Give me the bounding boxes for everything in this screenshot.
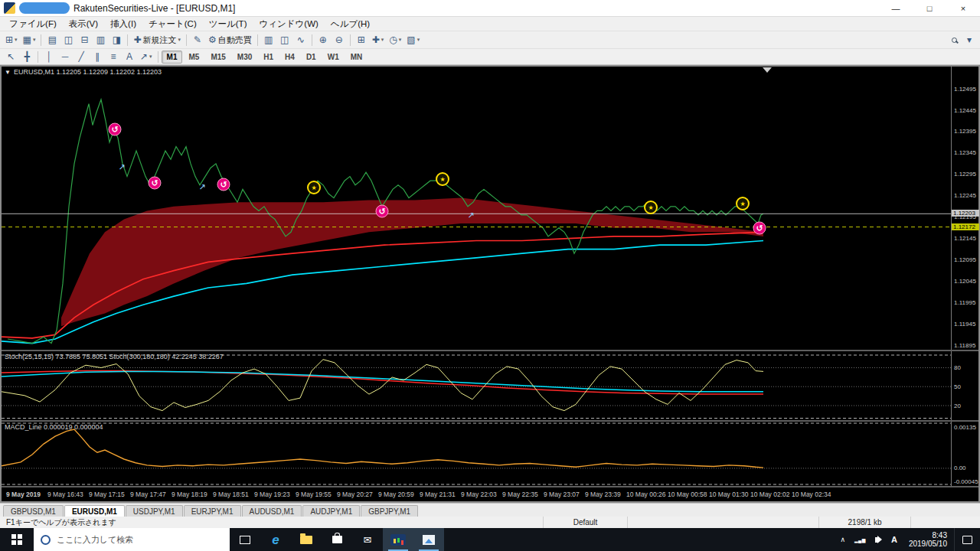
volume-button[interactable]	[871, 528, 887, 551]
stochastic-pane[interactable]: Stoch(25,15,15) 73.7885 75.8051 Stoch(30…	[2, 351, 951, 420]
macd-canvas[interactable]	[2, 422, 951, 486]
taskbar-app-mail[interactable]: ✉	[352, 528, 383, 551]
strategy-tester-button[interactable]: ◨	[109, 33, 124, 47]
one-click-trading-icon[interactable]: ▼	[5, 69, 11, 76]
navigator-button[interactable]: ⊟	[77, 33, 92, 47]
text-label-icon: A	[126, 52, 132, 61]
timeframe-mn-button[interactable]: MN	[345, 51, 368, 64]
timeframe-h4-button[interactable]: H4	[279, 51, 300, 64]
menu-file[interactable]: ファイル(F)	[3, 17, 63, 31]
indicators-list-button[interactable]: ✚▾	[370, 33, 387, 47]
chart-tab-audusd[interactable]: AUDUSD,M1	[242, 505, 302, 517]
chart-tab-gbpusd[interactable]: GBPUSD,M1	[3, 505, 64, 517]
taskbar-app-file-explorer[interactable]	[291, 528, 322, 551]
periods-button[interactable]: ◷▾	[387, 33, 403, 47]
chart-tab-gbpjpy[interactable]: GBPJPY,M1	[361, 505, 418, 517]
zoom-out-button[interactable]: ⊖	[332, 33, 347, 47]
search-button[interactable]	[946, 33, 962, 47]
taskbar-search-input[interactable]: ここに入力して検索	[34, 528, 230, 551]
timeframe-m5-button[interactable]: M5	[183, 51, 204, 64]
time-scale[interactable]: 9 May 20199 May 16:439 May 17:159 May 17…	[2, 487, 978, 501]
text-label-button[interactable]: A	[122, 50, 137, 64]
chart-tab-eurusd[interactable]: EURUSD,M1	[64, 505, 125, 517]
minimize-button[interactable]: —	[879, 0, 913, 16]
macd-pane[interactable]: MACD_Line 0.000019 0.000004	[2, 422, 951, 486]
chart-bars-button[interactable]: ▥	[261, 33, 276, 47]
action-center-button[interactable]	[954, 528, 980, 551]
pane-divider[interactable]	[2, 420, 978, 422]
data-window-icon: ◫	[64, 35, 73, 44]
timeframe-m15-button[interactable]: M15	[205, 51, 230, 64]
system-tray: ∧▂▄▆A 8:43 2019/05/10	[835, 528, 980, 551]
taskbar-app-photos[interactable]	[413, 528, 444, 551]
pane-divider[interactable]	[2, 486, 978, 487]
crosshair-button[interactable]: ╋	[19, 50, 34, 64]
metaeditor-button[interactable]: ✎	[190, 33, 205, 47]
new-chart-button[interactable]: ⊞▾	[3, 33, 20, 47]
network-button[interactable]: ▂▄▆	[850, 528, 871, 551]
menu-window[interactable]: ウィンドウ(W)	[253, 17, 324, 31]
main-chart-pane[interactable]: ▼ EURUSD,M1 1.12205 1.12209 1.12202 1.12…	[2, 67, 951, 350]
chart-tab-audjpy[interactable]: AUDJPY,M1	[302, 505, 360, 517]
line-studies-timeframes-toolbar: ↖╋│─╱∥≡A↗▾M1M5M15M30H1H4D1W1MN	[0, 49, 980, 65]
fibonacci-retracement-button[interactable]: ≡	[106, 50, 121, 64]
timeframe-m1-button[interactable]: M1	[162, 51, 183, 64]
cursor-button[interactable]: ↖	[3, 50, 18, 64]
menu-charts[interactable]: チャート(C)	[142, 17, 203, 31]
title-bar: RakutenSecurities-Live - [EURUSD,M1] —□×	[0, 0, 980, 17]
equidistant-channel-icon: ∥	[95, 52, 100, 61]
toolbar-options-button[interactable]: ▾	[962, 33, 977, 47]
terminal-button[interactable]: ▥	[93, 33, 108, 47]
pane-divider[interactable]	[2, 350, 978, 351]
taskbar-app-mt4[interactable]	[383, 528, 413, 551]
timeframe-m30-button[interactable]: M30	[232, 51, 257, 64]
close-button[interactable]: ×	[946, 0, 980, 16]
ime-mode-button[interactable]: A	[887, 528, 902, 551]
taskbar-app-store[interactable]	[322, 528, 352, 551]
timeframe-w1-button[interactable]: W1	[322, 51, 345, 64]
start-button[interactable]	[0, 528, 34, 551]
price-scale-tick: 20	[954, 403, 961, 409]
auto-trading-button[interactable]: ⚙自動売買	[206, 33, 254, 47]
menu-help[interactable]: ヘルプ(H)	[325, 17, 376, 31]
taskbar-app-task-view[interactable]	[230, 528, 260, 551]
main-chart-canvas[interactable]	[2, 67, 951, 350]
new-order-button[interactable]: ✚新規注文▾	[131, 33, 183, 47]
menu-tools[interactable]: ツール(T)	[203, 17, 253, 31]
market-watch-button[interactable]: ▤	[44, 33, 60, 47]
data-window-button[interactable]: ◫	[60, 33, 76, 47]
templates-icon: ▧	[407, 35, 415, 44]
taskbar-app-edge[interactable]: e	[260, 528, 291, 551]
profiles-button[interactable]: ▦▾	[21, 33, 38, 47]
tile-windows-button[interactable]: ⊞	[354, 33, 369, 47]
timeframe-d1-button[interactable]: D1	[301, 51, 322, 64]
chart-candlesticks-icon: ◫	[280, 35, 289, 44]
chart-tab-usdjpy[interactable]: USDJPY,M1	[126, 505, 183, 517]
arrow-objects-button[interactable]: ↗▾	[138, 50, 155, 64]
chart-candlesticks-button[interactable]: ◫	[277, 33, 292, 47]
zoom-in-button[interactable]: ⊕	[315, 33, 331, 47]
trendline-button[interactable]: ╱	[74, 50, 89, 64]
tile-windows-icon: ⊞	[358, 35, 365, 44]
stochastic-label: Stoch(25,15,15) 73.7885 75.8051 Stoch(30…	[5, 353, 224, 360]
menu-insert[interactable]: 挿入(I)	[104, 17, 142, 31]
time-axis-label: 9 May 23:07	[544, 491, 580, 498]
equidistant-channel-button[interactable]: ∥	[90, 50, 105, 64]
menu-view[interactable]: 表示(V)	[63, 17, 104, 31]
chart-tab-eurjpy[interactable]: EURJPY,M1	[184, 505, 241, 517]
timeframe-h1-button[interactable]: H1	[258, 51, 279, 64]
toolbar-separator	[350, 34, 351, 46]
horizontal-line-button[interactable]: ─	[57, 50, 73, 64]
hidden-icons-button[interactable]: ∧	[835, 528, 850, 551]
vertical-line-button[interactable]: │	[41, 50, 57, 64]
taskbar-clock[interactable]: 8:43 2019/05/10	[902, 531, 954, 548]
templates-button[interactable]: ▧▾	[404, 33, 422, 47]
chart-line-button[interactable]: ∿	[293, 33, 309, 47]
file-explorer-icon	[300, 536, 312, 544]
toolbar-separator	[38, 51, 38, 63]
maximize-button[interactable]: □	[913, 0, 946, 16]
toolbar-separator	[127, 34, 128, 46]
stochastic-canvas[interactable]	[2, 351, 951, 420]
status-connection-profile[interactable]: Default	[544, 517, 628, 528]
price-scale[interactable]: 1.12203 1.12172 1.124951.124451.123951.1…	[951, 67, 978, 486]
